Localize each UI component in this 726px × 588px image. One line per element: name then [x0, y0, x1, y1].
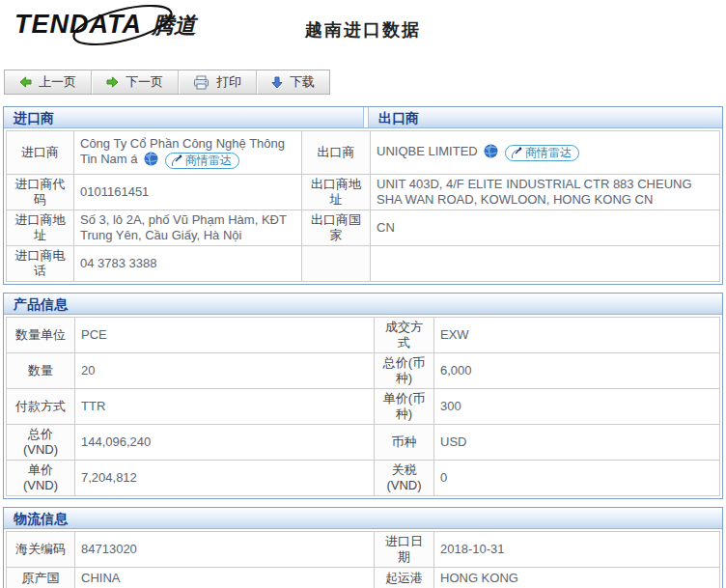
printer-icon	[193, 75, 209, 90]
table-row: 进口商 Công Ty Cổ Phần Công Nghệ Thông Tin …	[7, 131, 720, 175]
unit-price-vnd-value: 7,204,812	[75, 461, 375, 496]
currency-value: USD	[434, 425, 720, 461]
logistics-section-title: 物流信息	[4, 508, 722, 529]
table-row: 海关编码 84713020 进口日期 2018-10-31	[7, 532, 720, 568]
incoterm-label: 成交方式	[375, 318, 434, 353]
importer-address-value: Số 3, lô 2A, phố Vũ Phạm Hàm, KĐT Trung …	[74, 210, 302, 246]
import-date-value: 2018-10-31	[434, 532, 720, 568]
download-label: 下载	[290, 73, 315, 91]
table-row: 进口商电话 04 3783 3388	[7, 246, 720, 282]
table-row: 数量 20 总价(币种) 6,000	[7, 353, 720, 389]
empty-cell	[371, 246, 720, 282]
logo-cn-text: 腾道	[152, 11, 196, 41]
hs-code-label: 海关编码	[7, 532, 75, 568]
globe-icon[interactable]	[484, 144, 498, 158]
total-price-currency-value: 6,000	[434, 353, 720, 389]
trade-parties-header: 进口商 出口商	[4, 107, 722, 128]
radar-badge-label: 商情雷达	[525, 145, 572, 160]
table-row: 进口商代码 0101161451 出口商地址 UNIT 403D, 4/F EL…	[7, 175, 720, 210]
departure-port-value: HONG KONG	[434, 568, 720, 588]
total-price-currency-label: 总价(币种)	[375, 353, 434, 389]
download-button[interactable]: 下载	[256, 70, 329, 94]
importer-address-label: 进口商地址	[7, 210, 74, 246]
exporter-country-label: 出口商国家	[302, 210, 371, 246]
importer-code-value: 0101161451	[74, 175, 302, 210]
quantity-label: 数量	[7, 353, 75, 389]
radar-badge-label: 商情雷达	[185, 153, 232, 168]
unit-price-vnd-label: 单价(VND)	[7, 461, 75, 496]
departure-port-label: 起运港	[375, 568, 434, 588]
importer-code-label: 进口商代码	[7, 175, 74, 210]
print-button[interactable]: 打印	[178, 70, 256, 94]
exporter-country-value: CN	[371, 210, 720, 246]
tendata-logo: TENDATA 腾道	[14, 10, 196, 41]
currency-label: 币种	[375, 425, 434, 461]
payment-method-value: TTR	[75, 389, 375, 425]
exporter-address-label: 出口商地址	[302, 175, 371, 210]
table-row: 总价(VND) 144,096,240 币种 USD	[7, 425, 720, 461]
origin-country-label: 原产国	[7, 568, 75, 588]
importer-radar-badge[interactable]: 商情雷达	[165, 153, 239, 169]
unit-price-currency-value: 300	[434, 389, 720, 425]
prev-page-label: 上一页	[39, 73, 76, 91]
next-page-label: 下一页	[126, 73, 163, 91]
table-row: 付款方式 TTR 单价(币种) 300	[7, 389, 720, 425]
exporter-name-label: 出口商	[302, 131, 371, 175]
arrow-down-icon	[271, 76, 283, 89]
tax-vnd-value: 0	[434, 461, 720, 496]
import-date-label: 进口日期	[375, 532, 434, 568]
radar-dish-icon	[511, 147, 522, 158]
incoterm-value: EXW	[434, 318, 720, 353]
print-label: 打印	[216, 73, 241, 91]
tax-vnd-label: 关税(VND)	[375, 461, 434, 496]
product-info-table: 数量单位 PCE 成交方式 EXW 数量 20 总价(币种) 6,000 付款方…	[6, 317, 720, 496]
unit-price-currency-label: 单价(币种)	[375, 389, 434, 425]
radar-dish-icon	[171, 154, 182, 166]
page-header: TENDATA 腾道 越南进口数据	[3, 8, 723, 62]
arrow-right-icon	[106, 76, 119, 88]
table-row: 原产国 CHINA 起运港 HONG KONG	[7, 568, 720, 588]
logo-text: TENDATA	[14, 10, 146, 40]
toolbar: 上一页 下一页 打印 下载	[4, 70, 330, 95]
empty-cell	[302, 246, 371, 282]
exporter-name-value: UNIQBE LIMITED 商情雷达	[371, 131, 720, 175]
importer-name-value: Công Ty Cổ Phần Công Nghệ Thông Tin Nam …	[74, 131, 302, 175]
importer-phone-value: 04 3783 3388	[74, 246, 302, 282]
logistics-info-table: 海关编码 84713020 进口日期 2018-10-31 原产国 CHINA …	[6, 531, 720, 588]
page: TENDATA 腾道 越南进口数据 上一页 下一页	[0, 0, 726, 588]
trade-parties-table: 进口商 Công Ty Cổ Phần Công Nghệ Thông Tin …	[6, 130, 720, 282]
importer-section-title: 进口商	[4, 107, 364, 127]
quantity-unit-label: 数量单位	[7, 318, 75, 353]
origin-country-value: CHINA	[75, 568, 375, 588]
payment-method-label: 付款方式	[7, 389, 75, 425]
logistics-info-panel: 物流信息 海关编码 84713020 进口日期 2018-10-31 原产国 C…	[3, 507, 723, 588]
importer-phone-label: 进口商电话	[7, 246, 74, 282]
prev-page-button[interactable]: 上一页	[5, 70, 91, 94]
exporter-section-title: 出口商	[368, 107, 722, 127]
page-title: 越南进口数据	[305, 18, 421, 42]
next-page-button[interactable]: 下一页	[91, 70, 178, 94]
quantity-unit-value: PCE	[75, 318, 375, 353]
table-row: 数量单位 PCE 成交方式 EXW	[7, 318, 720, 353]
table-row: 单价(VND) 7,204,812 关税(VND) 0	[7, 461, 720, 496]
total-price-vnd-label: 总价(VND)	[7, 425, 75, 461]
product-section-title: 产品信息	[4, 294, 722, 315]
hs-code-value: 84713020	[75, 532, 375, 568]
product-info-panel: 产品信息 数量单位 PCE 成交方式 EXW 数量 20 总价(币种) 6,00…	[3, 293, 723, 499]
exporter-address-value: UNIT 403D, 4/F ELITE INDUSTRIAL CTR 883 …	[371, 175, 720, 210]
globe-icon[interactable]	[144, 152, 158, 166]
trade-parties-panel: 进口商 出口商 进口商 Công Ty Cổ Phần Công Nghệ Th…	[3, 106, 723, 285]
quantity-value: 20	[75, 353, 375, 389]
importer-name-label: 进口商	[7, 131, 74, 175]
total-price-vnd-value: 144,096,240	[75, 425, 375, 461]
arrow-left-icon	[19, 76, 32, 88]
exporter-radar-badge[interactable]: 商情雷达	[505, 145, 579, 161]
exporter-name-text: UNIQBE LIMITED	[377, 144, 478, 158]
table-row: 进口商地址 Số 3, lô 2A, phố Vũ Phạm Hàm, KĐT …	[7, 210, 720, 246]
